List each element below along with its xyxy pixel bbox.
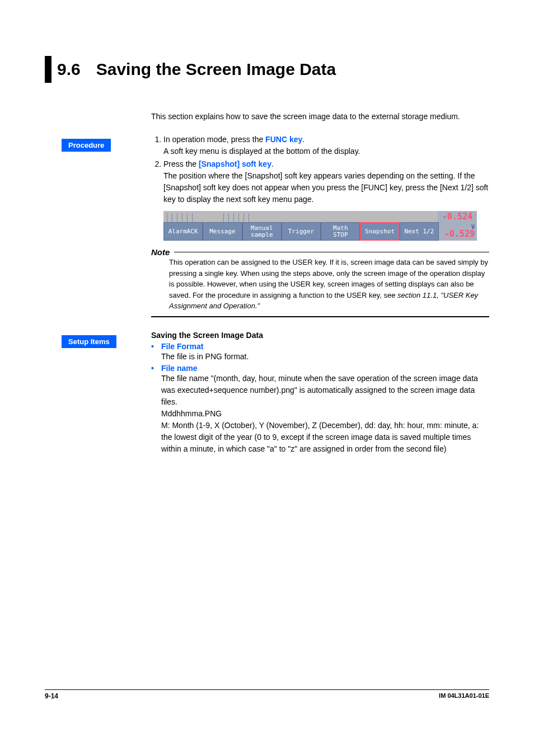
bullet-file-format: • File Format [151,342,489,351]
setup-title: Saving the Screen Image Data [151,331,489,340]
bullet-dot-icon: • [151,342,161,351]
step-2: Press the [Snapshot] soft key. The posit… [163,158,489,205]
section-bar-icon [45,56,51,83]
bullet-dot-icon: • [151,364,161,373]
step-2-post: . [271,159,274,168]
step-1: In operation mode, press the FUNC key. A… [163,134,489,157]
screenshot-top-row: -0.524 [163,211,477,222]
bullet-file-name: • File name [151,364,489,373]
page-number: 9-14 [45,692,58,700]
bullet-file-name-body2: Mddhhmma.PNG [161,408,489,420]
softkey-message[interactable]: Message [203,222,242,241]
step-2-text-b: The position where the [Snapshot] soft k… [163,170,489,205]
bullet-file-name-body1: The file name "(month, day, hour, minute… [161,373,489,408]
intro-text: This section explains how to save the sc… [151,111,489,123]
setup-items-label: Setup Items [62,335,116,348]
bullet-file-format-label: File Format [161,342,203,351]
softkey-snapshot[interactable]: Snapshot [360,222,399,241]
reading-bottom: -0.529 [444,230,475,238]
softkey-alarmack[interactable]: AlarmACK [163,222,203,241]
softkey-trigger[interactable]: Trigger [282,222,321,241]
section-title: Saving the Screen Image Data [96,60,336,79]
softkey-math-stop[interactable]: MathSTOP [321,222,360,241]
step-1-text-a: In operation mode, press the [163,135,265,144]
reading-top: -0.524 [438,211,477,222]
softkey-row: AlarmACK Message Manualsample Trigger Ma… [163,222,477,241]
bullet-file-name-body3: M: Month (1-9, X (October), Y (November)… [161,420,489,455]
note-body: This operation can be assigned to the US… [169,257,489,312]
snapshot-key-label: [Snapshot] soft key [199,159,271,168]
tick-area [163,211,438,222]
step-1-text-b: A soft key menu is displayed at the bott… [163,145,489,157]
step-1-post: . [302,135,305,144]
section-number: 9.6 [57,60,81,79]
page-footer: 9-14 IM 04L31A01-01E [45,689,489,700]
procedure-steps: In operation mode, press the FUNC key. A… [151,134,489,205]
func-key-label: FUNC key [265,135,302,144]
procedure-label: Procedure [62,139,111,152]
note-label: Note [151,247,170,257]
document-page: 9.6 Saving the Screen Image Data This se… [0,0,534,756]
note-header: Note [151,247,489,257]
softkey-next[interactable]: Next 1/2 [400,222,439,241]
device-screenshot: -0.524 AlarmACK Message Manualsample Tri… [163,211,477,241]
section-header: 9.6 Saving the Screen Image Data [45,56,489,83]
bullet-file-format-body: The file is in PNG format. [161,351,489,363]
reading-bottom-cell: V -0.529 [439,222,477,241]
note-rule-bottom [151,316,489,317]
softkey-manual-sample[interactable]: Manualsample [242,222,282,241]
bullet-file-name-label: File name [161,364,198,373]
note-rule-top [174,252,489,252]
step-2-text-a: Press the [163,159,199,168]
document-id: IM 04L31A01-01E [439,692,489,700]
